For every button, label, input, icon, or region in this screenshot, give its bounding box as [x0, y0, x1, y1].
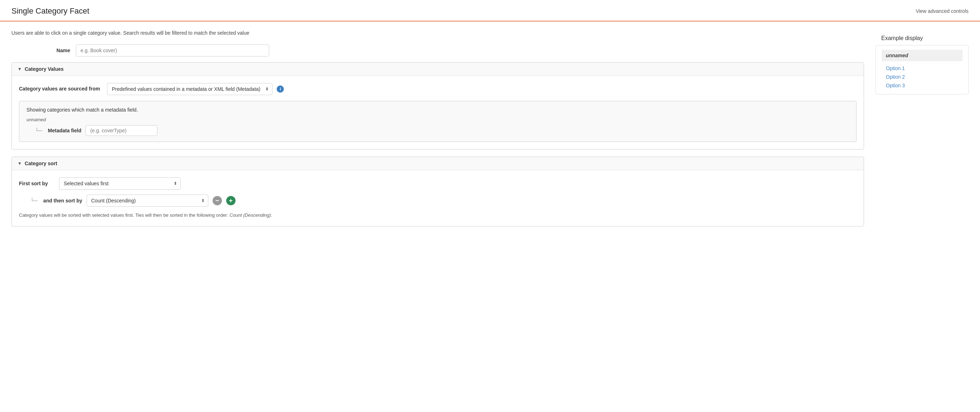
remove-sort-button[interactable]: −	[213, 196, 222, 205]
category-sort-title: Category sort	[25, 160, 57, 166]
right-panel: Example display unnamed Option 1 Option …	[875, 30, 969, 403]
metadata-field-input[interactable]	[86, 125, 158, 136]
source-select-wrapper: Predefined values contained in a metadat…	[107, 83, 272, 95]
name-label: Name	[11, 48, 76, 53]
source-select[interactable]: Predefined values contained in a metadat…	[107, 83, 272, 95]
name-input[interactable]	[76, 44, 269, 57]
add-sort-button[interactable]: +	[226, 196, 235, 205]
and-then-tree-line-icon: └─	[30, 198, 38, 203]
page-title: Single Category Facet	[11, 6, 89, 16]
advanced-controls-link[interactable]: View advanced controls	[916, 8, 969, 14]
category-sort-section: ▼ Category sort First sort by Selected v…	[11, 157, 864, 227]
sort-description: Category values will be sorted with sele…	[19, 212, 856, 219]
and-then-label: and then sort by	[43, 198, 82, 203]
metadata-field-label: Metadata field	[48, 128, 81, 133]
metadata-box: Showing categories which match a metadat…	[19, 101, 856, 142]
example-option-2[interactable]: Option 2	[881, 73, 963, 81]
tree-line-icon: └─	[35, 128, 42, 133]
example-box: unnamed Option 1 Option 2 Option 3	[875, 45, 969, 94]
unnamed-label: unnamed	[27, 117, 849, 122]
first-sort-select[interactable]: Selected values firstAlphabeticalCount (…	[59, 177, 181, 190]
page-description: Users are able to click on a single cate…	[11, 30, 864, 36]
source-label: Category values are sourced from	[19, 86, 103, 93]
example-option-3[interactable]: Option 3	[881, 81, 963, 90]
example-unnamed-label: unnamed	[881, 50, 963, 61]
example-option-1[interactable]: Option 1	[881, 64, 963, 73]
and-then-select-wrapper: Count (Descending)Count (Ascending)Alpha…	[87, 195, 208, 207]
info-icon[interactable]: i	[277, 86, 284, 93]
metadata-note: Showing categories which match a metadat…	[27, 107, 849, 113]
category-values-title: Category Values	[25, 66, 64, 72]
collapse-arrow-icon[interactable]: ▼	[18, 67, 22, 71]
first-sort-label: First sort by	[19, 181, 55, 186]
and-then-select[interactable]: Count (Descending)Count (Ascending)Alpha…	[87, 195, 208, 207]
example-display-title: Example display	[875, 30, 969, 45]
category-values-section: ▼ Category Values Category values are so…	[11, 62, 864, 149]
collapse-sort-arrow-icon[interactable]: ▼	[18, 161, 22, 166]
first-sort-select-wrapper: Selected values firstAlphabeticalCount (…	[59, 177, 181, 190]
